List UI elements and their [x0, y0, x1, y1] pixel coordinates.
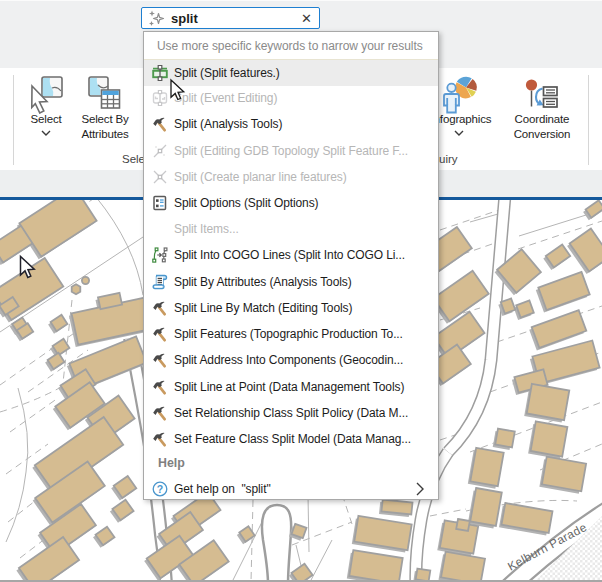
- svg-text:?: ?: [157, 483, 163, 495]
